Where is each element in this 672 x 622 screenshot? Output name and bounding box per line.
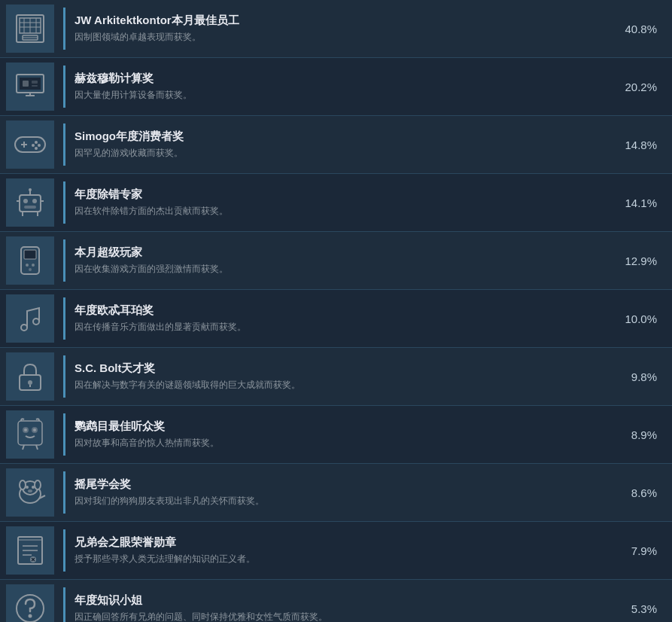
achievement-title: 赫兹穆勒计算奖 bbox=[74, 72, 610, 86]
svg-point-25 bbox=[32, 199, 37, 203]
achievement-row[interactable]: Simogo年度消费者奖 因罕见的游戏收藏而获奖。 14.8% bbox=[0, 116, 672, 174]
svg-point-52 bbox=[20, 480, 26, 489]
achievement-desc: 因在收集游戏方面的强烈激情而获奖。 bbox=[74, 263, 610, 276]
svg-rect-26 bbox=[24, 206, 36, 209]
achievement-icon bbox=[6, 410, 54, 459]
achievement-text: 本月超级玩家 因在收集游戏方面的强烈激情而获奖。 bbox=[63, 239, 619, 282]
achievement-percentage: 7.9% bbox=[619, 544, 672, 557]
achievement-row[interactable]: JW Arkitektkontor本月最佳员工 因制图领域的卓越表现而获奖。 4… bbox=[0, 0, 672, 58]
achievement-percentage: 12.9% bbox=[619, 255, 672, 267]
svg-point-24 bbox=[23, 199, 28, 203]
svg-point-46 bbox=[24, 428, 27, 431]
achievement-icon bbox=[6, 584, 54, 622]
achievement-text: 年度欧忒耳珀奖 因在传播音乐方面做出的显著贡献而获奖。 bbox=[63, 297, 619, 340]
achievement-icon bbox=[6, 352, 54, 401]
svg-point-21 bbox=[32, 144, 35, 147]
svg-point-39 bbox=[33, 319, 39, 325]
svg-rect-13 bbox=[23, 81, 29, 87]
achievement-title: 摇尾学会奖 bbox=[74, 477, 610, 492]
svg-line-48 bbox=[23, 445, 24, 450]
achievement-row[interactable]: 赫兹穆勒计算奖 因大量使用计算设备而获奖。 20.2% bbox=[0, 58, 672, 116]
achievement-text: JW Arkitektkontor本月最佳员工 因制图领域的卓越表现而获奖。 bbox=[63, 8, 619, 50]
achievement-text: 兄弟会之眼荣誉勋章 授予那些寻求人类无法理解的知识的正义者。 bbox=[63, 529, 619, 572]
achievement-title: 年度除错专家 bbox=[74, 188, 610, 202]
achievement-desc: 因大量使用计算设备而获奖。 bbox=[74, 89, 610, 102]
achievement-percentage: 14.8% bbox=[619, 139, 672, 151]
achievement-row[interactable]: 鹦鹉目最佳听众奖 因对故事和高音的惊人热情而获奖。 8.9% bbox=[0, 406, 672, 464]
achievement-desc: 因对我们的狗狗朋友表现出非凡的关怀而获奖。 bbox=[74, 495, 610, 508]
achievement-desc: 授予那些寻求人类无法理解的知识的正义者。 bbox=[74, 553, 610, 566]
achievement-text: 年度除错专家 因在软件除错方面的杰出贡献而获奖。 bbox=[63, 181, 619, 224]
achievement-title: Simogo年度消费者奖 bbox=[74, 130, 610, 144]
achievement-icon bbox=[6, 468, 54, 517]
achievement-desc: 因在传播音乐方面做出的显著贡献而获奖。 bbox=[74, 321, 610, 334]
svg-line-49 bbox=[36, 445, 38, 450]
achievement-title: 年度知识小姐 bbox=[74, 593, 610, 608]
svg-point-20 bbox=[38, 144, 41, 147]
svg-rect-34 bbox=[24, 250, 36, 259]
svg-point-47 bbox=[33, 428, 36, 431]
achievement-row[interactable]: 本月超级玩家 因在收集游戏方面的强烈激情而获奖。 12.9% bbox=[0, 232, 672, 290]
achievement-percentage: 40.8% bbox=[619, 23, 672, 35]
svg-point-55 bbox=[32, 486, 35, 489]
achievement-text: S.C. Bolt天才奖 因在解决与数字有关的谜题领域取得的巨大成就而获奖。 bbox=[63, 355, 619, 398]
achievement-text: Simogo年度消费者奖 因罕见的游戏收藏而获奖。 bbox=[63, 123, 619, 166]
achievement-desc: 因正确回答所有兄弟的问题、同时保持优雅和女性气质而获奖。 bbox=[74, 611, 610, 622]
svg-rect-15 bbox=[32, 85, 38, 87]
achievement-desc: 因罕见的游戏收藏而获奖。 bbox=[74, 147, 610, 160]
svg-point-67 bbox=[29, 614, 32, 618]
achievement-desc: 因在软件除错方面的杰出贡献而获奖。 bbox=[74, 205, 610, 218]
achievement-desc: 因制图领域的卓越表现而获奖。 bbox=[74, 31, 610, 44]
svg-point-22 bbox=[35, 147, 38, 150]
achievement-row[interactable]: S.C. Bolt天才奖 因在解决与数字有关的谜题领域取得的巨大成就而获奖。 9… bbox=[0, 348, 672, 406]
achievement-list: JW Arkitektkontor本月最佳员工 因制图领域的卓越表现而获奖。 4… bbox=[0, 0, 672, 622]
achievement-row[interactable]: 年度知识小姐 因正确回答所有兄弟的问题、同时保持优雅和女性气质而获奖。 5.3% bbox=[0, 580, 672, 622]
svg-point-41 bbox=[28, 380, 32, 385]
achievement-icon bbox=[6, 236, 54, 285]
achievement-percentage: 20.2% bbox=[619, 81, 672, 93]
achievement-title: 兄弟会之眼荣誉勋章 bbox=[74, 535, 610, 550]
achievement-text: 赫兹穆勒计算奖 因大量使用计算设备而获奖。 bbox=[63, 66, 619, 108]
svg-point-38 bbox=[21, 325, 27, 331]
achievement-percentage: 8.9% bbox=[619, 428, 672, 441]
achievement-text: 摇尾学会奖 因对我们的狗狗朋友表现出非凡的关怀而获奖。 bbox=[63, 471, 619, 514]
achievement-desc: 因在解决与数字有关的谜题领域取得的巨大成就而获奖。 bbox=[74, 379, 610, 392]
achievement-icon bbox=[6, 294, 54, 343]
achievement-title: S.C. Bolt天才奖 bbox=[74, 361, 610, 376]
achievement-row[interactable]: 摇尾学会奖 因对我们的狗狗朋友表现出非凡的关怀而获奖。 8.6% bbox=[0, 464, 672, 522]
achievement-title: 年度欧忒耳珀奖 bbox=[74, 303, 610, 318]
achievement-percentage: 9.8% bbox=[619, 370, 672, 383]
achievement-icon bbox=[6, 178, 54, 227]
svg-point-56 bbox=[28, 489, 32, 492]
achievement-icon bbox=[6, 5, 54, 53]
svg-point-19 bbox=[35, 141, 38, 144]
achievement-title: 鹦鹉目最佳听众奖 bbox=[74, 419, 610, 434]
achievement-title: JW Arkitektkontor本月最佳员工 bbox=[74, 14, 610, 28]
achievement-text: 鹦鹉目最佳听众奖 因对故事和高音的惊人热情而获奖。 bbox=[63, 413, 619, 456]
svg-point-53 bbox=[35, 480, 41, 489]
achievement-text: 年度知识小姐 因正确回答所有兄弟的问题、同时保持优雅和女性气质而获奖。 bbox=[63, 587, 619, 622]
svg-point-54 bbox=[26, 486, 29, 489]
achievement-percentage: 10.0% bbox=[619, 313, 672, 325]
achievement-percentage: 5.3% bbox=[619, 602, 672, 615]
svg-rect-43 bbox=[18, 421, 42, 445]
svg-rect-23 bbox=[20, 195, 41, 212]
achievement-icon bbox=[6, 526, 54, 575]
achievement-percentage: 14.1% bbox=[619, 197, 672, 209]
svg-point-37 bbox=[29, 268, 32, 271]
achievement-title: 本月超级玩家 bbox=[74, 245, 610, 260]
achievement-icon bbox=[6, 120, 54, 169]
achievement-row[interactable]: 兄弟会之眼荣誉勋章 授予那些寻求人类无法理解的知识的正义者。 7.9% bbox=[0, 522, 672, 580]
achievement-desc: 因对故事和高音的惊人热情而获奖。 bbox=[74, 437, 610, 450]
svg-point-28 bbox=[29, 188, 32, 191]
achievement-row[interactable]: 年度欧忒耳珀奖 因在传播音乐方面做出的显著贡献而获奖。 10.0% bbox=[0, 290, 672, 348]
svg-rect-14 bbox=[32, 81, 38, 84]
achievement-icon bbox=[6, 63, 54, 111]
achievement-row[interactable]: 年度除错专家 因在软件除错方面的杰出贡献而获奖。 14.1% bbox=[0, 174, 672, 232]
svg-point-35 bbox=[26, 264, 29, 267]
svg-point-36 bbox=[32, 264, 35, 267]
svg-rect-16 bbox=[15, 137, 45, 152]
achievement-percentage: 8.6% bbox=[619, 486, 672, 499]
